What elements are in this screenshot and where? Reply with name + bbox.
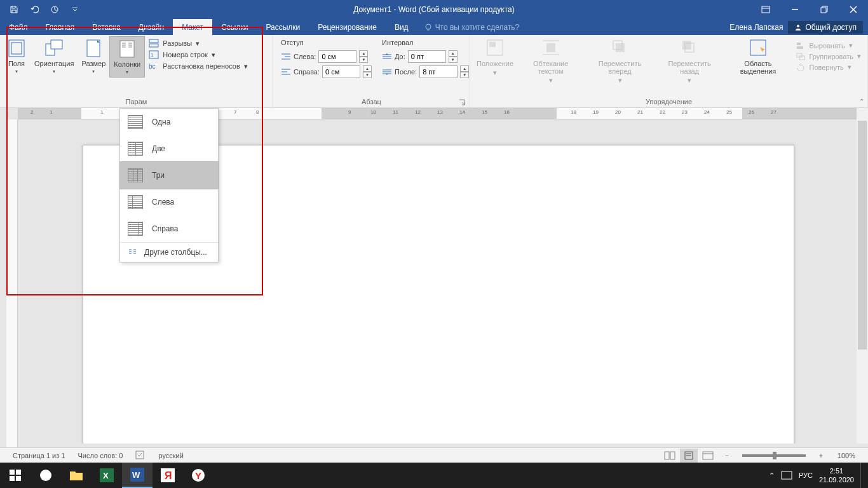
hyphenation-icon: bc	[149, 62, 159, 71]
collapse-ribbon-button[interactable]: ⌃	[859, 98, 864, 105]
excel-icon: X	[100, 468, 114, 482]
columns-left[interactable]: Слева	[120, 189, 218, 215]
tab-file[interactable]: Файл	[0, 19, 37, 35]
close-button[interactable]	[839, 0, 868, 19]
windows-icon	[10, 470, 21, 481]
clock[interactable]: 2:51 21.09.2020	[819, 466, 854, 484]
columns-three[interactable]: Три	[119, 161, 219, 189]
indent-left-icon	[281, 53, 291, 60]
hyphenation-button[interactable]: bcРасстановка переносов▾	[149, 62, 247, 71]
svg-rect-41	[489, 42, 496, 47]
tab-review[interactable]: Рецензирование	[309, 19, 386, 35]
window-controls	[751, 0, 868, 19]
selection-pane-button[interactable]: Область выделения	[723, 36, 792, 77]
repeat-button[interactable]	[46, 2, 64, 17]
language-button[interactable]: русский	[152, 452, 189, 459]
spacing-before-icon	[382, 53, 392, 60]
indent-left-input[interactable]	[318, 50, 356, 63]
share-button[interactable]: Общий доступ	[788, 21, 863, 34]
position-button: Положение▾	[473, 36, 517, 79]
svg-rect-12	[11, 43, 22, 54]
taskbar-search-button[interactable]	[31, 463, 61, 488]
word-count[interactable]: Число слов: 0	[71, 452, 129, 459]
web-layout-button[interactable]	[699, 449, 717, 463]
size-icon	[83, 38, 104, 58]
word-icon: W	[130, 468, 144, 482]
proofing-button[interactable]	[129, 451, 152, 461]
vertical-ruler[interactable]	[6, 119, 18, 463]
breaks-button[interactable]: Разрывы▾	[149, 39, 247, 48]
svg-text:Я: Я	[165, 470, 172, 481]
columns-more[interactable]: Другие столбцы...	[120, 243, 218, 262]
tab-view[interactable]: Вид	[386, 19, 417, 35]
quick-access-toolbar	[0, 2, 84, 17]
scrollbar-thumb[interactable]	[858, 121, 867, 349]
language-indicator[interactable]: РУС	[799, 471, 813, 479]
svg-rect-71	[16, 476, 21, 481]
tab-insert[interactable]: Вставка	[83, 19, 130, 35]
yandex-browser-button[interactable]: Y	[183, 463, 214, 488]
word-button[interactable]: W	[122, 463, 153, 488]
qat-customize-button[interactable]	[66, 2, 84, 17]
tab-design[interactable]: Дизайн	[130, 19, 173, 35]
size-button[interactable]: Размер ▾	[78, 36, 109, 76]
ribbon-display-button[interactable]	[751, 0, 780, 19]
indent-right-spinner[interactable]: ▲▼	[363, 65, 372, 78]
keyboard-icon[interactable]	[781, 471, 792, 480]
align-icon	[796, 42, 805, 50]
tab-home[interactable]: Главная	[37, 19, 84, 35]
minimize-button[interactable]	[780, 0, 810, 19]
dialog-launcher-icon[interactable]	[458, 98, 466, 106]
columns-right[interactable]: Справа	[120, 215, 218, 242]
show-desktop-button[interactable]	[860, 463, 864, 488]
chevron-down-icon: ▾	[53, 69, 55, 74]
rotate-button: Повернуть▾	[796, 63, 861, 71]
user-name[interactable]: Елена Лапская	[729, 23, 783, 32]
bring-forward-button: Переместить вперед▾	[584, 36, 656, 86]
tab-mailings[interactable]: Рассылки	[257, 19, 309, 35]
zoom-slider[interactable]	[742, 454, 806, 457]
selection-pane-icon	[749, 38, 768, 58]
start-button[interactable]	[0, 463, 31, 488]
columns-two[interactable]: Две	[120, 135, 218, 162]
columns-one[interactable]: Одна	[120, 109, 218, 135]
tray-chevron[interactable]: ⌃	[769, 471, 775, 480]
excel-button[interactable]: X	[92, 463, 122, 488]
vertical-scrollbar[interactable]	[857, 108, 868, 444]
line-numbers-button[interactable]: 1Номера строк▾	[149, 50, 247, 59]
group-icon	[796, 53, 805, 60]
spacing-after-spinner[interactable]: ▲▼	[460, 65, 469, 78]
zoom-out-button[interactable]: −	[718, 449, 736, 463]
print-layout-button[interactable]	[680, 449, 698, 463]
file-explorer-button[interactable]	[61, 463, 92, 488]
tab-references[interactable]: Ссылки	[212, 19, 257, 35]
orientation-icon	[44, 38, 64, 58]
yandex-button[interactable]: Я	[153, 463, 183, 488]
zoom-handle[interactable]	[773, 452, 776, 459]
indent-right-input[interactable]	[322, 65, 360, 78]
share-icon	[794, 24, 802, 31]
svg-rect-68	[10, 470, 15, 475]
svg-rect-5	[821, 8, 826, 13]
margins-button[interactable]: Поля ▾	[3, 36, 31, 76]
spacing-before-input[interactable]	[408, 50, 446, 63]
spacing-after-input[interactable]	[419, 65, 458, 78]
indent-left-spinner[interactable]: ▲▼	[359, 50, 368, 63]
page-setup-label: Парам	[3, 97, 270, 107]
tab-layout[interactable]: Макет	[173, 19, 212, 35]
left-column-icon	[128, 195, 143, 209]
chevron-down-icon: ▾	[15, 69, 18, 74]
undo-button[interactable]	[25, 2, 43, 17]
save-button[interactable]	[5, 2, 23, 17]
columns-button[interactable]: Колонки ▾	[109, 36, 145, 78]
spacing-before-spinner[interactable]: ▲▼	[449, 50, 458, 63]
svg-rect-23	[149, 39, 158, 43]
restore-button[interactable]	[810, 0, 839, 19]
orientation-button[interactable]: Ориентация ▾	[31, 36, 78, 76]
zoom-level[interactable]: 100%	[831, 452, 862, 459]
read-mode-button[interactable]	[661, 449, 679, 463]
page-count[interactable]: Страница 1 из 1	[6, 452, 71, 459]
indent-right-icon	[281, 68, 291, 76]
zoom-in-button[interactable]: +	[812, 449, 830, 463]
tell-me-search[interactable]: Что вы хотите сделать?	[417, 19, 526, 35]
